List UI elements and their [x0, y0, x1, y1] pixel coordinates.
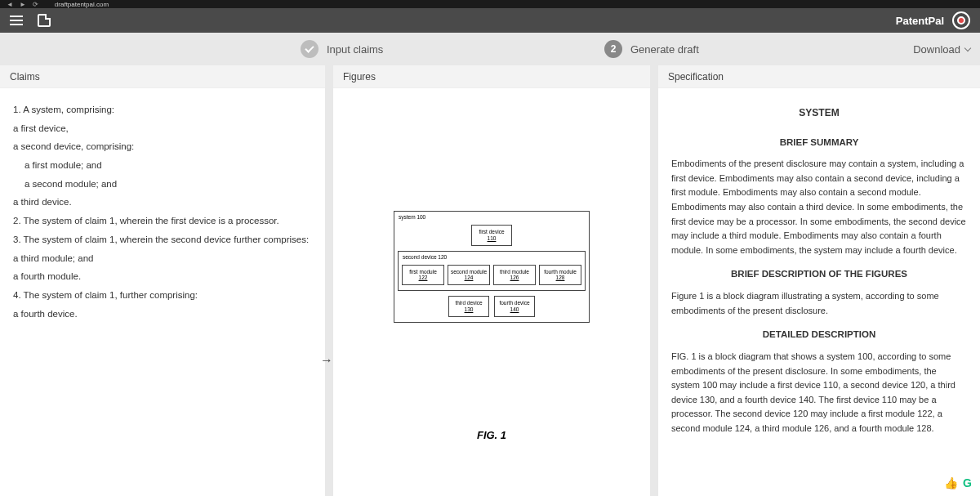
- claim-line: a second device, comprising:: [13, 138, 312, 155]
- step-input-claims[interactable]: Input claims: [301, 40, 383, 58]
- claim-line: 4. The system of claim 1, further compri…: [13, 287, 312, 304]
- brand-name: PatentPal: [896, 15, 944, 27]
- thumbs-up-icon[interactable]: 👍: [944, 476, 958, 489]
- spec-body[interactable]: SYSTEM BRIEF SUMMARY Embodiments of the …: [658, 88, 980, 496]
- figure-canvas[interactable]: system 100 first device 110 second devic…: [333, 88, 650, 496]
- box-label: fourth module: [541, 269, 579, 275]
- box-label: first module: [404, 269, 442, 275]
- step-generate-draft[interactable]: 2 Generate draft: [604, 40, 699, 58]
- check-icon: [305, 43, 314, 52]
- fourth-device-box: fourth device 140: [494, 296, 535, 317]
- claims-panel: Claims 1. A system, comprising: a first …: [0, 65, 325, 496]
- figure-caption: FIG. 1: [477, 429, 506, 441]
- second-device-box: second device 120 first module 122 secon…: [398, 251, 586, 292]
- detail-text: FIG. 1 is a block diagram that shows a s…: [671, 350, 967, 436]
- box-num: 126: [496, 275, 533, 281]
- claims-header: Claims: [0, 65, 325, 88]
- step-2-number: 2: [604, 40, 622, 58]
- first-device-box: first device 110: [471, 225, 512, 246]
- grammarly-icon[interactable]: G: [963, 476, 972, 489]
- claim-line: a third device.: [13, 194, 312, 211]
- menu-icon[interactable]: [10, 16, 23, 25]
- box-num: 124: [450, 275, 488, 281]
- stepper: Input claims 2 Generate draft Download: [0, 33, 980, 65]
- second-device-label: second device 120: [403, 254, 447, 260]
- download-button[interactable]: Download: [913, 43, 970, 56]
- figs-desc-text: Figure 1 is a block diagram illustrating…: [671, 289, 967, 318]
- nav-fwd-icon[interactable]: ►: [20, 1, 26, 8]
- claim-line: a fourth device.: [13, 306, 312, 323]
- box-label: second module: [450, 269, 488, 275]
- claims-body[interactable]: 1. A system, comprising: a first device,…: [0, 88, 325, 496]
- workspace: Claims 1. A system, comprising: a first …: [0, 65, 980, 496]
- claim-line: a second module; and: [24, 176, 312, 193]
- box-num: 110: [474, 235, 510, 242]
- claim-line: a fourth module.: [13, 268, 312, 285]
- nav-back-icon[interactable]: ◄: [7, 1, 13, 8]
- chevron-down-icon: [964, 44, 971, 51]
- box-num: 122: [404, 275, 442, 281]
- system-box: system 100 first device 110 second devic…: [394, 211, 590, 323]
- claim-line: a third module; and: [13, 250, 312, 267]
- specification-panel: Specification SYSTEM BRIEF SUMMARY Embod…: [658, 65, 980, 496]
- box-label: third device: [451, 300, 487, 306]
- figures-header: Figures: [333, 65, 650, 88]
- browser-chrome: ◄ ► ⟳ draftpatentpal.com: [0, 0, 980, 8]
- first-module-box: first module 122: [402, 265, 444, 286]
- third-module-box: third module 126: [493, 265, 536, 286]
- step-2-label: Generate draft: [630, 43, 699, 56]
- claim-line: 1. A system, comprising:: [13, 101, 312, 118]
- claim-line: 3. The system of claim 1, wherein the se…: [13, 231, 312, 248]
- claim-line: a first device,: [13, 120, 312, 137]
- box-num: 140: [497, 306, 532, 313]
- nav-refresh-icon[interactable]: ⟳: [33, 1, 38, 8]
- app-header: PatentPal: [0, 8, 980, 33]
- address-bar[interactable]: draftpatentpal.com: [55, 1, 109, 8]
- figures-panel: Figures system 100 first device 110 seco…: [333, 65, 650, 496]
- corner-icons: 👍 G: [944, 476, 972, 489]
- summary-title: BRIEF SUMMARY: [671, 134, 967, 151]
- document-icon[interactable]: [38, 14, 51, 27]
- spec-header: Specification: [658, 65, 980, 88]
- brand-logo-icon: [952, 11, 970, 29]
- claim-line: 2. The system of claim 1, wherein the fi…: [13, 212, 312, 230]
- second-module-box: second module 124: [448, 265, 490, 286]
- claim-line: a first module; and: [24, 157, 312, 174]
- box-label: fourth device: [497, 300, 532, 306]
- box-label: third module: [496, 269, 533, 275]
- box-num: 128: [541, 275, 579, 281]
- detail-title: DETAILED DESCRIPTION: [671, 326, 967, 343]
- summary-text: Embodiments of the present disclosure ma…: [671, 157, 967, 257]
- download-label: Download: [913, 43, 960, 56]
- step-1-label: Input claims: [327, 43, 383, 56]
- box-num: 130: [451, 306, 487, 313]
- system-label: system 100: [399, 214, 425, 220]
- doc-title: SYSTEM: [671, 105, 967, 123]
- box-label: first device: [474, 229, 510, 235]
- figs-desc-title: BRIEF DESCRIPTION OF THE FIGURES: [671, 266, 967, 283]
- third-device-box: third device 130: [448, 296, 489, 317]
- arrow-right-icon[interactable]: →: [320, 353, 333, 368]
- fourth-module-box: fourth module 128: [539, 265, 581, 286]
